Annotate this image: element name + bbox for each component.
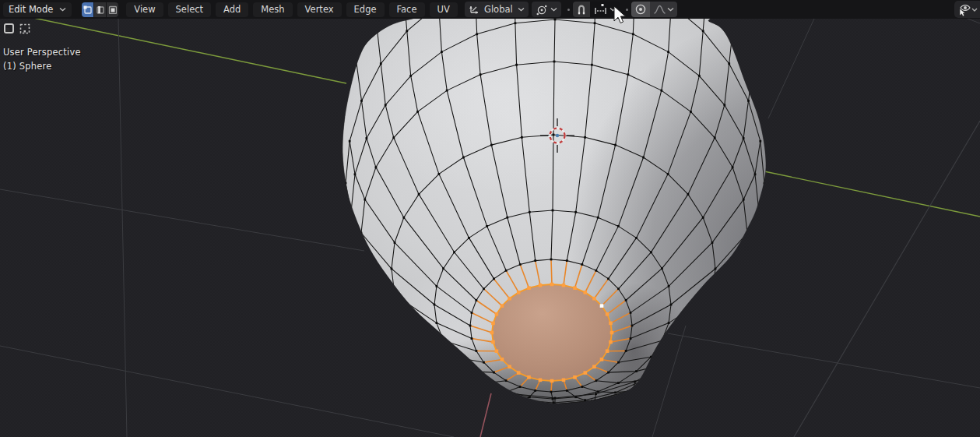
proportional-falloff-dropdown[interactable] bbox=[650, 2, 677, 17]
menu-add[interactable]: Add bbox=[216, 2, 248, 17]
selected-vertex bbox=[517, 291, 521, 294]
viewport-3d[interactable] bbox=[0, 0, 980, 437]
vertex bbox=[418, 342, 420, 344]
vertex bbox=[711, 294, 714, 296]
vertex bbox=[594, 22, 596, 24]
menu-face[interactable]: Face bbox=[389, 2, 425, 17]
vertex bbox=[406, 30, 408, 32]
menu-edge[interactable]: Edge bbox=[346, 2, 385, 17]
vertex bbox=[732, 166, 734, 168]
vertex bbox=[385, 318, 387, 320]
vertex bbox=[668, 285, 670, 287]
vertex bbox=[453, 251, 455, 253]
vertex bbox=[627, 73, 630, 76]
vertex bbox=[515, 22, 517, 24]
solid-square-icon[interactable] bbox=[3, 23, 16, 35]
vertex bbox=[505, 270, 508, 272]
vertex bbox=[436, 322, 438, 324]
axis-x-red bbox=[480, 393, 491, 437]
vertex bbox=[534, 259, 536, 262]
vertex bbox=[553, 134, 555, 136]
snap-toggle-button[interactable] bbox=[573, 2, 590, 17]
vertex bbox=[476, 33, 478, 35]
vertex bbox=[714, 327, 716, 330]
selected-vertex bbox=[495, 312, 499, 316]
pivot-point-dropdown[interactable] bbox=[532, 2, 561, 17]
menu-uv[interactable]: UV bbox=[430, 2, 458, 17]
vertex bbox=[441, 51, 443, 53]
perspective-label: User Perspective bbox=[3, 47, 81, 58]
vertex bbox=[635, 237, 638, 239]
vertex bbox=[394, 241, 396, 244]
menu-vertex[interactable]: Vertex bbox=[297, 2, 342, 17]
selected-vertex bbox=[517, 371, 521, 375]
chevron-down-icon bbox=[518, 7, 525, 12]
vertex bbox=[446, 375, 448, 377]
vertex bbox=[550, 391, 553, 393]
vertex bbox=[661, 267, 663, 270]
vertex bbox=[642, 157, 645, 159]
vertex bbox=[486, 225, 488, 227]
menu-select[interactable]: Select bbox=[168, 2, 211, 17]
object-label: (1) Sphere bbox=[3, 61, 51, 72]
grid-line bbox=[0, 346, 454, 437]
vertex bbox=[595, 379, 597, 382]
vertex bbox=[554, 19, 557, 21]
viewport-header: Edit Mode ViewSelectAddMeshVertexEdgeFac… bbox=[0, 0, 980, 19]
vertex bbox=[758, 211, 760, 213]
vertex bbox=[581, 386, 583, 388]
vertex bbox=[759, 224, 761, 226]
vertex bbox=[438, 173, 441, 175]
vertex bbox=[486, 382, 488, 384]
vertex bbox=[687, 342, 690, 344]
vertex bbox=[754, 173, 757, 175]
viewport-canvas[interactable] bbox=[0, 0, 980, 437]
vertex bbox=[553, 402, 555, 404]
vertex bbox=[554, 404, 557, 406]
vertex-select-button[interactable] bbox=[82, 2, 93, 17]
vertex bbox=[667, 173, 669, 175]
vertex bbox=[566, 259, 568, 262]
vertex bbox=[743, 266, 745, 268]
selected-spoke-edge bbox=[551, 259, 552, 284]
selected-vertex bbox=[592, 365, 596, 369]
vertex bbox=[607, 278, 609, 280]
vertex bbox=[462, 379, 465, 382]
vertex bbox=[364, 266, 366, 268]
vertex bbox=[392, 136, 395, 139]
selected-vertex bbox=[606, 312, 609, 316]
vertex bbox=[438, 362, 441, 365]
vertex bbox=[690, 111, 692, 113]
edge-select-button[interactable] bbox=[94, 2, 106, 17]
vertex bbox=[627, 390, 630, 393]
face-select-button[interactable] bbox=[107, 2, 118, 17]
dashed-square-icon[interactable] bbox=[19, 23, 31, 35]
selected-vertex bbox=[592, 297, 596, 301]
visibility-dropdown[interactable] bbox=[954, 1, 980, 18]
vertex bbox=[350, 211, 353, 213]
selected-vertex bbox=[573, 286, 577, 290]
sphere-mesh-object[interactable] bbox=[311, 0, 980, 437]
vertex bbox=[687, 193, 690, 196]
pivot-point-icon bbox=[536, 4, 548, 16]
vertex bbox=[553, 404, 556, 406]
vertex bbox=[479, 73, 482, 76]
vertex bbox=[667, 51, 669, 53]
vertex bbox=[702, 334, 704, 337]
transform-orientation-dropdown[interactable]: Global bbox=[465, 2, 529, 17]
vertex bbox=[743, 284, 745, 287]
vertex bbox=[453, 356, 455, 358]
selected-vertex bbox=[609, 322, 613, 326]
vertex bbox=[476, 350, 478, 352]
mode-dropdown[interactable]: Edit Mode bbox=[3, 2, 72, 17]
proportional-editing-toggle[interactable] bbox=[631, 2, 650, 17]
menu-mesh[interactable]: Mesh bbox=[253, 2, 292, 17]
vertex bbox=[474, 381, 476, 383]
vertex bbox=[418, 193, 420, 196]
vertex bbox=[667, 371, 669, 373]
vertex bbox=[471, 337, 473, 340]
grid-line bbox=[668, 333, 980, 388]
vertex bbox=[529, 396, 531, 398]
vertex bbox=[617, 361, 620, 364]
menu-view[interactable]: View bbox=[126, 2, 163, 17]
